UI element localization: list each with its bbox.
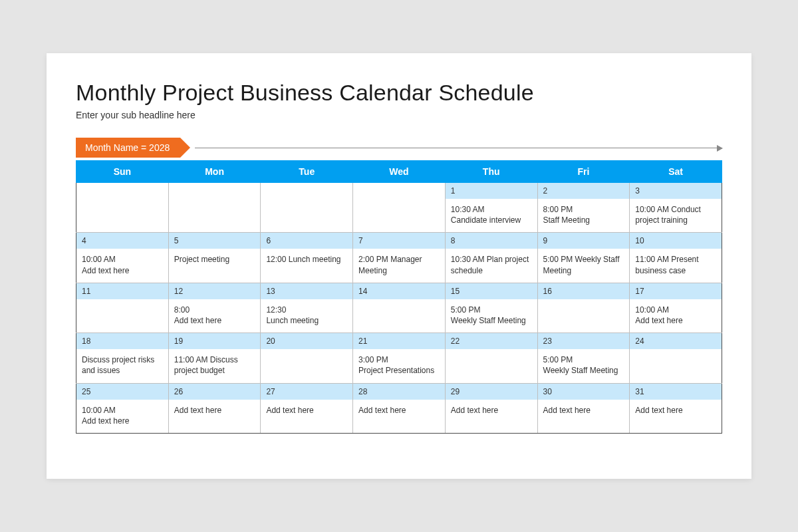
event-text[interactable]: Add text here — [169, 400, 261, 428]
calendar-cell[interactable]: 810:30 AM Plan project schedule — [445, 233, 537, 283]
calendar-cell[interactable]: 27Add text here — [261, 383, 353, 433]
day-number: 6 — [261, 233, 352, 249]
event-text[interactable] — [76, 299, 168, 327]
calendar-cell[interactable]: 95:00 PM Weekly Staff Meeting — [537, 233, 630, 283]
event-text[interactable]: Discuss project risks and issues — [76, 349, 168, 382]
event-text[interactable]: 11:00 AM Discuss project budget — [169, 349, 261, 382]
header-row: Sun Mon Tue Wed Thu Fri Sat — [76, 161, 722, 183]
subtitle[interactable]: Enter your sub headline here — [76, 110, 722, 120]
calendar-cell[interactable]: 1710:00 AM Add text here — [630, 283, 722, 332]
event-text[interactable]: 10:00 AM Add text here — [76, 400, 168, 433]
event-text[interactable]: Project meeting — [169, 249, 261, 277]
event-text[interactable]: 10:00 AM Add text here — [630, 299, 722, 332]
day-number: 7 — [353, 233, 445, 249]
calendar-cell[interactable]: 11 — [76, 283, 169, 332]
event-text[interactable] — [353, 299, 445, 327]
day-number: 9 — [538, 233, 630, 249]
day-header-sat: Sat — [630, 161, 722, 183]
event-text[interactable]: 10:30 AM Plan project schedule — [446, 249, 537, 282]
day-number: 1 — [446, 183, 537, 199]
event-text[interactable]: 8:00 PM Staff Meeting — [538, 199, 630, 232]
event-text[interactable]: 5:00 PM Weekly Staff Meeting — [446, 299, 537, 332]
day-number: 8 — [446, 233, 537, 249]
event-text[interactable]: 8:00 Add text here — [169, 299, 261, 332]
event-text[interactable]: 11:00 AM Present business case — [630, 249, 722, 282]
calendar-cell[interactable]: 29Add text here — [445, 383, 537, 433]
event-text[interactable]: 10:30 AM Candidate interview — [446, 199, 537, 232]
calendar-cell[interactable]: 155:00 PM Weekly Staff Meeting — [445, 283, 537, 332]
event-text[interactable]: 2:00 PM Manager Meeting — [353, 249, 445, 282]
calendar-cell[interactable]: 5Project meeting — [168, 233, 261, 283]
calendar-cell[interactable] — [76, 183, 169, 233]
event-text[interactable]: Add text here — [630, 400, 722, 428]
table-row: 110:30 AM Candidate interview28:00 PM St… — [76, 183, 722, 233]
event-text[interactable]: Add text here — [446, 400, 537, 428]
day-number: 24 — [630, 333, 722, 349]
event-text[interactable] — [261, 349, 352, 377]
calendar-cell[interactable]: 612:00 Lunch meeting — [261, 233, 353, 283]
calendar-cell[interactable]: 28:00 PM Staff Meeting — [537, 183, 630, 233]
calendar-cell[interactable] — [353, 183, 446, 233]
calendar-cell[interactable]: 20 — [261, 333, 353, 383]
event-text[interactable]: Add text here — [538, 400, 630, 428]
calendar-cell[interactable]: 110:30 AM Candidate interview — [445, 183, 537, 233]
event-text[interactable]: 3:00 PM Project Presentations — [353, 349, 445, 382]
day-number: 26 — [169, 384, 261, 400]
event-text[interactable] — [76, 198, 168, 225]
calendar-cell[interactable]: 14 — [353, 283, 446, 332]
calendar-cell[interactable]: 28Add text here — [353, 383, 446, 433]
day-number: 18 — [76, 333, 168, 349]
calendar-cell[interactable]: 72:00 PM Manager Meeting — [353, 233, 446, 283]
event-text[interactable]: Add text here — [261, 400, 352, 428]
calendar-cell[interactable]: 1911:00 AM Discuss project budget — [168, 333, 261, 383]
event-text[interactable] — [261, 198, 352, 225]
event-text[interactable]: Add text here — [353, 400, 445, 428]
event-text[interactable]: 5:00 PM Weekly Staff Meeting — [538, 249, 630, 282]
calendar-cell[interactable]: 26Add text here — [168, 383, 261, 433]
calendar-cell[interactable] — [261, 183, 353, 233]
day-number — [169, 183, 261, 198]
event-text[interactable] — [538, 299, 630, 327]
event-text[interactable]: 12:30 Lunch meeting — [261, 299, 352, 332]
slide: Monthly Project Business Calendar Schedu… — [47, 53, 751, 479]
calendar-cell[interactable]: 213:00 PM Project Presentations — [353, 333, 446, 383]
month-tag[interactable]: Month Name = 2028 — [76, 138, 180, 158]
calendar-cell[interactable]: 1011:00 AM Present business case — [630, 233, 722, 283]
day-number: 29 — [446, 384, 537, 400]
day-number: 4 — [76, 233, 168, 249]
calendar-table: Sun Mon Tue Wed Thu Fri Sat 110:30 AM Ca… — [76, 160, 722, 434]
day-number: 11 — [76, 283, 168, 299]
day-number: 22 — [446, 333, 537, 349]
event-text[interactable]: 10:00 AM Add text here — [76, 249, 168, 282]
event-text[interactable]: 5:00 PM Weekly Staff Meeting — [538, 349, 630, 382]
calendar-cell[interactable]: 235:00 PM Weekly Staff Meeting — [537, 333, 630, 383]
calendar-cell[interactable]: 18Discuss project risks and issues — [76, 333, 169, 383]
day-number: 14 — [353, 283, 445, 299]
event-text[interactable]: 12:00 Lunch meeting — [261, 249, 352, 277]
calendar-cell[interactable]: 24 — [630, 333, 722, 383]
event-text[interactable] — [446, 349, 537, 377]
calendar-cell[interactable] — [168, 183, 261, 233]
calendar-cell[interactable]: 30Add text here — [537, 383, 630, 433]
event-text[interactable]: 10:00 AM Conduct project training — [630, 199, 722, 232]
day-number: 2 — [538, 183, 630, 199]
event-text[interactable] — [169, 198, 261, 225]
event-text[interactable] — [630, 349, 722, 377]
calendar-cell[interactable]: 2510:00 AM Add text here — [76, 383, 169, 433]
day-number: 31 — [630, 384, 722, 400]
event-text[interactable] — [353, 198, 445, 225]
calendar-cell[interactable]: 128:00 Add text here — [168, 283, 261, 332]
day-number — [261, 183, 352, 198]
day-header-tue: Tue — [261, 161, 353, 183]
day-header-wed: Wed — [353, 161, 446, 183]
calendar-cell[interactable]: 410:00 AM Add text here — [76, 233, 169, 283]
day-number: 12 — [169, 283, 261, 299]
day-number: 16 — [538, 283, 630, 299]
calendar-cell[interactable]: 310:00 AM Conduct project training — [630, 183, 722, 233]
calendar-cell[interactable]: 22 — [445, 333, 537, 383]
calendar-cell[interactable]: 1312:30 Lunch meeting — [261, 283, 353, 332]
calendar-cell[interactable]: 31Add text here — [630, 383, 722, 433]
calendar-cell[interactable]: 16 — [537, 283, 630, 332]
table-row: 2510:00 AM Add text here26Add text here2… — [76, 383, 722, 433]
calendar-body: 110:30 AM Candidate interview28:00 PM St… — [76, 183, 722, 434]
